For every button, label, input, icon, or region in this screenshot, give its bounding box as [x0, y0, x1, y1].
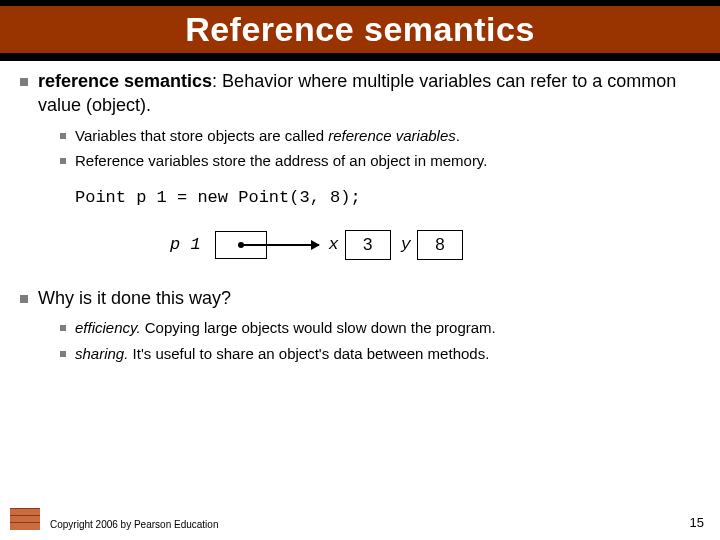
slide-title: Reference semantics [0, 10, 720, 49]
intro-text: reference semantics: Behavior where mult… [38, 69, 700, 118]
object-box: x 3 y 8 [325, 230, 463, 260]
bullet-intro: reference semantics: Behavior where mult… [20, 69, 700, 118]
bullet-question: Why is it done this way? [20, 286, 700, 310]
field-x-value: 3 [345, 230, 391, 260]
field-y-label: y [401, 234, 411, 257]
slide-footer: Copyright 2006 by Pearson Education 15 [0, 508, 720, 530]
sub-1a-text: Variables that store objects are called … [75, 126, 700, 146]
sub2a-rest: Copying large objects would slow down th… [141, 319, 496, 336]
field-y-value: 8 [417, 230, 463, 260]
sub2b-em: sharing. [75, 345, 128, 362]
brick-icon [10, 508, 40, 530]
sub2a-em: efficiency. [75, 319, 141, 336]
code-snippet: Point p 1 = new Point(3, 8); [75, 187, 700, 210]
sub1a-em: reference variables [328, 127, 456, 144]
question-text: Why is it done this way? [38, 286, 700, 310]
sub1b-text: Reference variables store the address of… [75, 151, 700, 171]
square-bullet-icon [20, 295, 28, 303]
sub-bullets-1: Variables that store objects are called … [60, 126, 700, 172]
sub-bullet-1a: Variables that store objects are called … [60, 126, 700, 146]
sub2a-text: efficiency. Copying large objects would … [75, 318, 700, 338]
title-inner: Reference semantics [0, 6, 720, 53]
field-x-label: x [329, 234, 339, 257]
sub-bullet-1b: Reference variables store the address of… [60, 151, 700, 171]
pointer-diagram: p 1 x 3 y 8 [20, 230, 700, 260]
square-bullet-icon [20, 78, 28, 86]
slide-body: reference semantics: Behavior where mult… [0, 61, 720, 364]
variable-label: p 1 [170, 234, 201, 257]
sub1a-pre: Variables that store objects are called [75, 127, 328, 144]
sub1a-post: . [456, 127, 460, 144]
title-bar: Reference semantics [0, 0, 720, 61]
square-bullet-icon [60, 158, 66, 164]
square-bullet-icon [60, 351, 66, 357]
square-bullet-icon [60, 133, 66, 139]
arrow-icon [243, 244, 319, 246]
sub2b-text: sharing. It's useful to share an object'… [75, 344, 700, 364]
copyright-text: Copyright 2006 by Pearson Education [50, 519, 690, 530]
square-bullet-icon [60, 325, 66, 331]
sub-bullet-2b: sharing. It's useful to share an object'… [60, 344, 700, 364]
sub-bullet-2a: efficiency. Copying large objects would … [60, 318, 700, 338]
intro-term: reference semantics [38, 71, 212, 91]
sub-bullets-2: efficiency. Copying large objects would … [60, 318, 700, 364]
page-number: 15 [690, 515, 704, 530]
sub2b-rest: It's useful to share an object's data be… [128, 345, 489, 362]
